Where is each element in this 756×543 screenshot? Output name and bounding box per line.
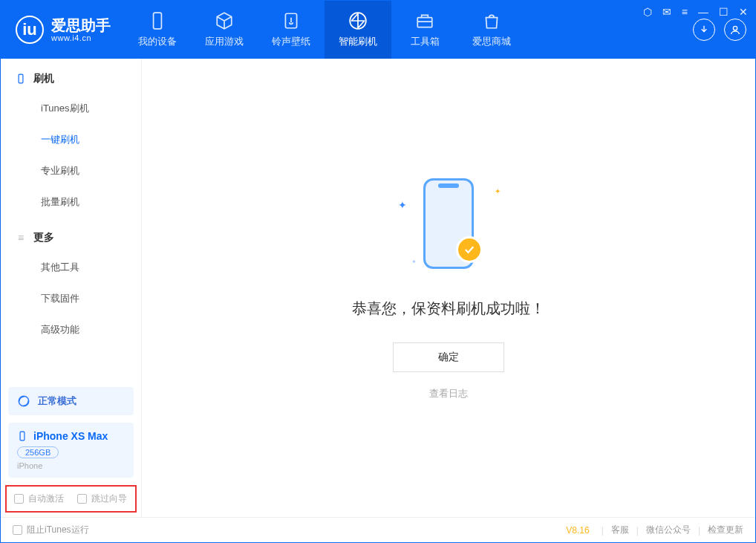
check-update-link[interactable]: 检查更新: [708, 524, 743, 536]
feedback-icon[interactable]: ✉: [662, 7, 671, 17]
nav-apps-games[interactable]: 应用游戏: [191, 1, 258, 59]
minimize-icon[interactable]: —: [698, 7, 708, 17]
app-subtitle: www.i4.cn: [51, 33, 111, 42]
main-content: ✦ ✦ ✦ 恭喜您，保资料刷机成功啦！ 确定 查看日志: [142, 59, 755, 517]
sidebar-item-download-firmware[interactable]: 下载固件: [1, 283, 141, 314]
more-icon: ≡: [16, 233, 26, 243]
top-nav: 我的设备 应用游戏 铃声壁纸 智能刷机 工具箱 爱思商城: [124, 1, 525, 59]
music-icon: [281, 11, 301, 30]
svg-rect-7: [20, 432, 25, 440]
view-log-link[interactable]: 查看日志: [429, 387, 468, 400]
skin-icon[interactable]: ⬡: [643, 7, 652, 17]
checkbox-label: 跳过向导: [91, 492, 127, 505]
close-icon[interactable]: ✕: [739, 7, 748, 17]
device-name-label: iPhone XS Max: [33, 430, 108, 442]
nav-label: 工具箱: [411, 35, 440, 48]
options-highlight-box: 自动激活 跳过向导: [5, 485, 137, 513]
menu-icon[interactable]: ≡: [682, 7, 688, 17]
nav-my-device[interactable]: 我的设备: [124, 1, 191, 59]
support-link[interactable]: 客服: [611, 524, 629, 536]
status-right: V8.16 | 客服 | 微信公众号 | 检查更新: [566, 524, 743, 536]
sidebar-footer: 正常模式 iPhone XS Max 256GB iPhone 自动激活: [1, 380, 141, 517]
refresh-icon: [348, 11, 368, 30]
sidebar-item-itunes-flash[interactable]: iTunes刷机: [1, 93, 141, 124]
wechat-link[interactable]: 微信公众号: [646, 524, 691, 536]
sidebar-group-more: ≡ 更多: [1, 218, 141, 252]
download-button[interactable]: [693, 19, 715, 41]
checkbox-block-itunes[interactable]: 阻止iTunes运行: [13, 524, 89, 536]
sidebar-item-oneclick-flash[interactable]: 一键刷机: [1, 124, 141, 155]
checkbox-icon: [13, 525, 22, 535]
checkbox-skip-guide[interactable]: 跳过向导: [77, 492, 127, 505]
mode-label: 正常模式: [38, 394, 76, 408]
nav-smart-flash[interactable]: 智能刷机: [325, 1, 391, 59]
svg-rect-5: [19, 74, 23, 83]
group-title: 更多: [33, 231, 54, 244]
sparkle-icon: ✦: [411, 259, 417, 265]
phone-icon: [148, 11, 167, 30]
nav-label: 爱思商城: [472, 35, 511, 48]
window-controls: ⬡ ✉ ≡ — ☐ ✕: [643, 7, 748, 17]
checkbox-label: 自动激活: [28, 492, 64, 505]
nav-store[interactable]: 爱思商城: [458, 1, 525, 59]
svg-rect-0: [154, 13, 162, 29]
sidebar-group-flash: 刷机: [1, 59, 141, 93]
sparkle-icon: ✦: [398, 199, 407, 211]
sparkle-icon: ✦: [495, 187, 501, 195]
nav-label: 智能刷机: [339, 35, 377, 48]
device-icon: [17, 431, 27, 441]
device-box[interactable]: iPhone XS Max 256GB iPhone: [8, 423, 134, 478]
nav-label: 应用游戏: [205, 35, 244, 48]
nav-label: 铃声壁纸: [272, 35, 310, 48]
success-message: 恭喜您，保资料刷机成功啦！: [352, 299, 545, 319]
nav-ringtones[interactable]: 铃声壁纸: [258, 1, 325, 59]
sidebar-item-advanced[interactable]: 高级功能: [1, 314, 141, 345]
mode-icon: [17, 394, 30, 408]
svg-point-4: [733, 26, 737, 30]
version-label: V8.16: [566, 525, 589, 536]
sidebar-item-other-tools[interactable]: 其他工具: [1, 252, 141, 283]
success-illustration: ✦ ✦ ✦: [382, 175, 515, 279]
sidebar: 刷机 iTunes刷机 一键刷机 专业刷机 批量刷机 ≡ 更多 其他工具 下载固…: [1, 59, 142, 517]
checkbox-icon: [14, 494, 24, 504]
app-title: 爱思助手: [51, 17, 111, 33]
group-title: 刷机: [33, 72, 54, 85]
ok-button[interactable]: 确定: [393, 342, 504, 372]
user-button[interactable]: [724, 19, 746, 41]
checkbox-icon: [77, 494, 87, 504]
statusbar: 阻止iTunes运行 V8.16 | 客服 | 微信公众号 | 检查更新: [1, 517, 755, 542]
logo-icon: iu: [16, 16, 44, 44]
device-type: iPhone: [17, 461, 125, 470]
mode-box[interactable]: 正常模式: [8, 387, 134, 415]
sidebar-item-pro-flash[interactable]: 专业刷机: [1, 155, 141, 186]
storage-pill: 256GB: [17, 446, 59, 458]
logo: iu 爱思助手 www.i4.cn: [1, 16, 124, 44]
header-right: [693, 19, 746, 41]
check-badge-icon: [456, 236, 483, 263]
maximize-icon[interactable]: ☐: [719, 7, 729, 17]
body: 刷机 iTunes刷机 一键刷机 专业刷机 批量刷机 ≡ 更多 其他工具 下载固…: [1, 59, 755, 517]
checkbox-label: 阻止iTunes运行: [27, 524, 89, 536]
device-icon: [16, 74, 26, 84]
nav-toolbox[interactable]: 工具箱: [391, 1, 458, 59]
app-window: ⬡ ✉ ≡ — ☐ ✕ iu 爱思助手 www.i4.cn 我的设备 应用游戏: [0, 0, 756, 543]
svg-rect-3: [417, 18, 432, 27]
nav-label: 我的设备: [138, 35, 177, 48]
bag-icon: [482, 11, 501, 30]
header: ⬡ ✉ ≡ — ☐ ✕ iu 爱思助手 www.i4.cn 我的设备 应用游戏: [1, 1, 755, 59]
toolbox-icon: [415, 11, 434, 30]
cube-icon: [215, 11, 234, 30]
sidebar-item-batch-flash[interactable]: 批量刷机: [1, 186, 141, 218]
checkbox-auto-activate[interactable]: 自动激活: [14, 492, 64, 505]
